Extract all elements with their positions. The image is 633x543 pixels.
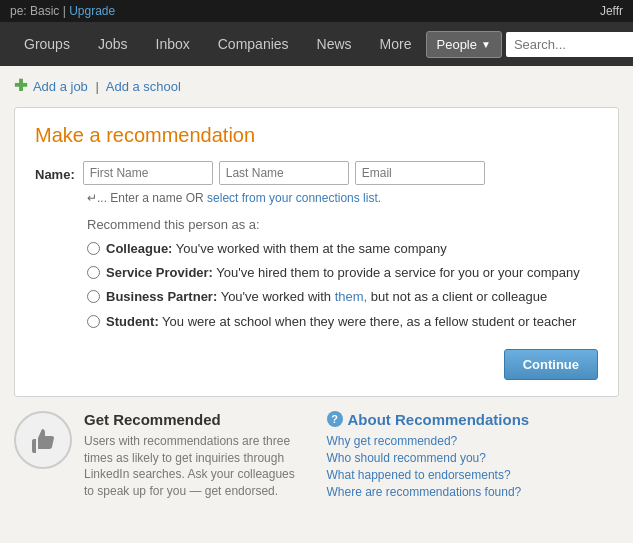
main-panel: Make a recommendation Name: ↵... Enter a… xyxy=(14,107,619,397)
plus-icon: ✚ xyxy=(14,77,27,94)
radio-business-partner[interactable] xyxy=(87,290,100,303)
get-rec-content: Get Recommended Users with recommendatio… xyxy=(84,411,307,502)
rec-link-3[interactable]: What happened to endorsements? xyxy=(327,468,620,482)
about-rec-links: Why get recommended? Who should recommen… xyxy=(327,434,620,499)
rec-link-2[interactable]: Who should recommend you? xyxy=(327,451,620,465)
search-input[interactable] xyxy=(506,32,633,57)
student-title: Student: xyxy=(106,314,159,329)
nav-item-news[interactable]: News xyxy=(303,22,366,66)
add-school-link[interactable]: Add a school xyxy=(106,79,181,94)
helper-suffix: . xyxy=(378,191,381,205)
nav-bar: Groups Jobs Inbox Companies News More Pe… xyxy=(0,22,633,66)
business-partner-desc: You've worked with them, but not as a cl… xyxy=(221,289,547,304)
account-type-text: pe: Basic xyxy=(10,4,59,18)
user-name: Jeffr xyxy=(600,4,623,18)
radio-service-provider[interactable] xyxy=(87,266,100,279)
radio-colleague[interactable] xyxy=(87,242,100,255)
name-inputs xyxy=(83,161,485,185)
get-rec-description: Users with recommendations are three tim… xyxy=(84,433,307,500)
student-desc: You were at school when they were there,… xyxy=(162,314,576,329)
account-type: pe: Basic | Upgrade xyxy=(10,4,115,18)
recommend-label: Recommend this person as a: xyxy=(87,217,598,232)
top-bar: pe: Basic | Upgrade Jeffr xyxy=(0,0,633,22)
upgrade-link[interactable]: Upgrade xyxy=(69,4,115,18)
helper-text: ↵... Enter a name OR select from your co… xyxy=(87,191,598,205)
get-rec-title: Get Recommended xyxy=(84,411,307,428)
people-btn-label: People xyxy=(437,37,477,52)
get-recommended-panel: Get Recommended Users with recommendatio… xyxy=(14,411,307,502)
business-partner-title: Business Partner: xyxy=(106,289,217,304)
about-rec-title-text: About Recommendations xyxy=(348,411,530,428)
separator: | xyxy=(95,79,98,94)
nav-item-inbox[interactable]: Inbox xyxy=(142,22,204,66)
about-rec-title-row: ? About Recommendations xyxy=(327,411,620,428)
nav-right: People ▼ xyxy=(426,31,634,58)
nav-item-more[interactable]: More xyxy=(366,22,426,66)
colleague-desc: You've worked with them at the same comp… xyxy=(176,241,447,256)
add-links-row: ✚ Add a job | Add a school xyxy=(14,76,619,95)
nav-item-groups[interactable]: Groups xyxy=(10,22,84,66)
last-name-input[interactable] xyxy=(219,161,349,185)
option-service-provider: Service Provider: You've hired them to p… xyxy=(87,264,598,282)
service-provider-desc: You've hired them to provide a service f… xyxy=(216,265,579,280)
service-provider-title: Service Provider: xyxy=(106,265,213,280)
page-title: Make a recommendation xyxy=(35,124,598,147)
chevron-down-icon: ▼ xyxy=(481,39,491,50)
name-row: Name: xyxy=(35,161,598,185)
radio-options: Colleague: You've worked with them at th… xyxy=(87,240,598,331)
about-rec-panel: ? About Recommendations Why get recommen… xyxy=(327,411,620,502)
add-job-link[interactable]: Add a job xyxy=(33,79,88,94)
continue-button[interactable]: Continue xyxy=(504,349,598,380)
help-icon: ? xyxy=(327,411,343,427)
people-dropdown-button[interactable]: People ▼ xyxy=(426,31,502,58)
nav-links: Groups Jobs Inbox Companies News More xyxy=(10,22,426,66)
rec-link-4[interactable]: Where are recommendations found? xyxy=(327,485,620,499)
helper-prefix: ↵... Enter a name OR xyxy=(87,191,207,205)
button-row: Continue xyxy=(35,349,598,380)
option-colleague: Colleague: You've worked with them at th… xyxy=(87,240,598,258)
connections-list-link[interactable]: select from your connections list xyxy=(207,191,378,205)
content-area: ✚ Add a job | Add a school Make a recomm… xyxy=(0,66,633,512)
option-student: Student: You were at school when they we… xyxy=(87,313,598,331)
rec-link-1[interactable]: Why get recommended? xyxy=(327,434,620,448)
colleague-title: Colleague: xyxy=(106,241,172,256)
nav-item-jobs[interactable]: Jobs xyxy=(84,22,142,66)
option-business-partner: Business Partner: You've worked with the… xyxy=(87,288,598,306)
name-label: Name: xyxy=(35,161,75,182)
radio-student[interactable] xyxy=(87,315,100,328)
thumbs-up-icon xyxy=(14,411,72,469)
first-name-input[interactable] xyxy=(83,161,213,185)
email-input[interactable] xyxy=(355,161,485,185)
bottom-section: Get Recommended Users with recommendatio… xyxy=(14,411,619,502)
nav-item-companies[interactable]: Companies xyxy=(204,22,303,66)
